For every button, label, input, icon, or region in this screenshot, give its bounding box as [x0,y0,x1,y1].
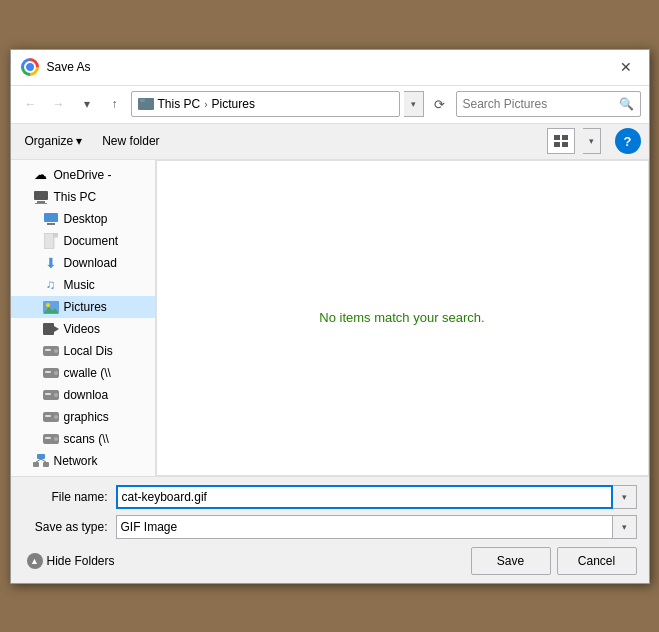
cancel-button[interactable]: Cancel [557,547,637,575]
search-icon[interactable]: 🔍 [619,97,634,111]
svg-rect-4 [554,142,560,147]
address-dropdown-button[interactable]: ▾ [404,91,424,117]
svg-rect-17 [43,323,54,335]
svg-rect-20 [45,349,51,351]
videos-icon [43,321,59,337]
nav-item-label: This PC [54,190,97,204]
downloads-icon: ⬇ [43,255,59,271]
address-path[interactable]: This PC › Pictures [131,91,400,117]
organize-arrow: ▾ [76,134,82,148]
onedrive-icon: ☁ [33,167,49,183]
nav-item-label: Network [54,454,98,468]
nav-item-videos[interactable]: Videos [11,318,155,340]
hide-folders-icon: ▲ [27,553,43,569]
no-items-message: No items match your search. [319,310,484,325]
save-button[interactable]: Save [471,547,551,575]
nav-item-pictures[interactable]: Pictures [11,296,155,318]
nav-pane: ☁ OneDrive - This PC Desktop [11,160,156,476]
network-drive2-icon [43,387,59,403]
svg-marker-18 [54,326,59,332]
hide-folders-label: Hide Folders [47,554,115,568]
nav-item-downloa[interactable]: downloa [11,384,155,406]
nav-item-documents[interactable]: Document [11,230,155,252]
hide-folders-button[interactable]: ▲ Hide Folders [23,551,119,571]
path-current-folder: Pictures [212,97,255,111]
svg-point-15 [46,303,50,307]
address-bar: ← → ▾ ↑ This PC › Pictures ▾ ⟳ 🔍 [11,86,649,124]
file-name-row: File name: ▾ [23,485,637,509]
svg-line-38 [41,459,46,462]
svg-point-33 [54,437,58,441]
file-name-dropdown-button[interactable]: ▾ [613,485,637,509]
file-name-label: File name: [23,490,108,504]
main-area: ☁ OneDrive - This PC Desktop [11,160,649,476]
file-area[interactable]: No items match your search. [156,160,649,476]
svg-rect-29 [45,415,51,417]
svg-rect-8 [35,203,47,204]
view-dropdown-button[interactable]: ▾ [583,128,601,154]
nav-item-onedrive[interactable]: ☁ OneDrive - [11,164,155,186]
network-drive-icon [43,365,59,381]
nav-item-label: Download [64,256,117,270]
dialog-title: Save As [47,60,613,74]
nav-item-desktop[interactable]: Desktop [11,208,155,230]
organize-button[interactable]: Organize ▾ [19,131,89,151]
up-button[interactable]: ↑ [103,92,127,116]
desktop-icon [43,211,59,227]
search-box: 🔍 [456,91,641,117]
nav-item-music[interactable]: ♫ Music [11,274,155,296]
nav-item-label: OneDrive - [54,168,112,182]
file-type-display[interactable]: GIF Image [116,515,613,539]
svg-rect-35 [33,462,39,467]
new-folder-button[interactable]: New folder [96,131,165,151]
forward-button[interactable]: → [47,92,71,116]
this-pc-icon [33,189,49,205]
refresh-button[interactable]: ⟳ [428,92,452,116]
svg-rect-9 [44,213,58,222]
nav-item-label: scans (\\ [64,432,109,446]
svg-point-30 [54,415,58,419]
help-button[interactable]: ? [615,128,641,154]
svg-rect-26 [45,393,51,395]
svg-point-24 [54,371,58,375]
svg-rect-11 [44,233,54,249]
nav-item-label: Pictures [64,300,107,314]
svg-line-37 [36,459,41,462]
nav-item-downloads[interactable]: ⬇ Download [11,252,155,274]
new-folder-label: New folder [102,134,159,148]
nav-item-graphics[interactable]: graphics [11,406,155,428]
file-type-dropdown-button[interactable]: ▾ [613,515,637,539]
nav-item-label: Local Dis [64,344,113,358]
path-separator: › [204,99,207,110]
svg-point-27 [54,393,58,397]
nav-item-label: Music [64,278,95,292]
close-button[interactable]: ✕ [613,54,639,80]
network-drive4-icon [43,431,59,447]
buttons-row: ▲ Hide Folders Save Cancel [23,547,637,575]
svg-rect-10 [47,223,55,225]
search-input[interactable] [463,97,615,111]
music-icon: ♫ [43,277,59,293]
save-as-dialog: Save As ✕ ← → ▾ ↑ This PC › Pictures ▾ ⟳… [10,49,650,584]
nav-item-cwalle[interactable]: cwalle (\\ [11,362,155,384]
nav-item-local-disk[interactable]: Local Dis [11,340,155,362]
svg-rect-34 [37,454,45,459]
organize-label: Organize [25,134,74,148]
nav-item-network[interactable]: Network [11,450,155,472]
svg-rect-13 [54,233,58,237]
nav-item-this-pc[interactable]: This PC [11,186,155,208]
save-as-type-label: Save as type: [23,520,108,534]
nav-item-scans[interactable]: scans (\\ [11,428,155,450]
view-icon [554,135,568,147]
svg-rect-7 [37,201,45,203]
network-drive3-icon [43,409,59,425]
view-button[interactable] [547,128,575,154]
file-name-input[interactable] [116,485,613,509]
nav-item-label: Desktop [64,212,108,226]
toolbar: Organize ▾ New folder ▾ ? [11,124,649,160]
documents-icon [43,233,59,249]
svg-rect-1 [140,99,145,102]
dropdown-button[interactable]: ▾ [75,92,99,116]
file-type-row: Save as type: GIF Image ▾ [23,515,637,539]
back-button[interactable]: ← [19,92,43,116]
